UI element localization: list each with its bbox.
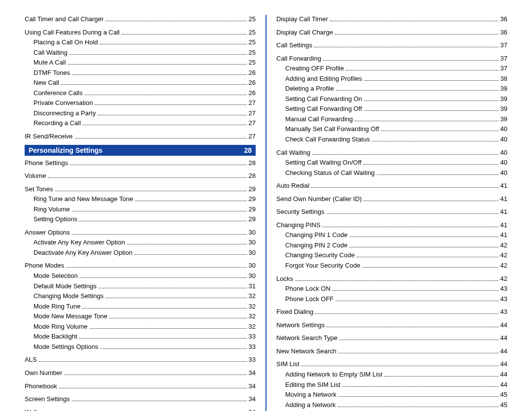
toc-entry[interactable]: Auto Redial41 xyxy=(276,181,507,190)
toc-entry[interactable]: Mode New Message Tone32 xyxy=(25,312,256,321)
toc-entry[interactable]: Network Search Type44 xyxy=(276,334,507,342)
toc-entry[interactable]: Changing Security Code42 xyxy=(276,251,507,260)
toc-entry[interactable]: Mode Ring Volume32 xyxy=(25,322,256,331)
toc-entry[interactable]: Creating OFF Profile37 xyxy=(276,64,507,73)
toc-entry[interactable]: Display Call Charge36 xyxy=(276,28,507,37)
toc-entry-page: 40 xyxy=(500,135,507,144)
toc-entry[interactable]: Call Timer and Call Charger25 xyxy=(25,15,256,24)
toc-entry[interactable]: Call Forwarding37 xyxy=(276,54,507,63)
toc-entry[interactable]: Conference Calls26 xyxy=(25,89,256,98)
toc-leader-dots xyxy=(90,328,247,329)
toc-entry-page: 31 xyxy=(249,282,256,291)
toc-entry[interactable]: Ring Volume29 xyxy=(25,205,256,214)
toc-entry[interactable]: Changing PINS41 xyxy=(276,221,507,230)
toc-entry[interactable]: Private Conversation27 xyxy=(25,99,256,107)
toc-entry[interactable]: Changing PIN 1 Code41 xyxy=(276,231,507,240)
toc-entry[interactable]: IR Send/Receive27 xyxy=(25,132,256,141)
toc-entry[interactable]: Phone Modes30 xyxy=(25,261,256,270)
toc-entry[interactable]: Security Settings41 xyxy=(276,207,507,216)
toc-entry[interactable]: Checking Status of Call Waiting40 xyxy=(276,169,507,177)
toc-entry[interactable]: ALS33 xyxy=(25,355,256,364)
toc-leader-dots xyxy=(342,386,499,387)
toc-entry[interactable]: Deactivate Any Key Answer Option30 xyxy=(25,248,256,257)
toc-leader-dots xyxy=(384,376,498,377)
toc-entry[interactable]: Changing Mode Settings32 xyxy=(25,292,256,301)
toc-entry[interactable]: Display Call Timer36 xyxy=(276,15,507,24)
toc-entry[interactable]: Phone Lock OFF43 xyxy=(276,295,507,304)
toc-entry-label: Deactivate Any Key Answer Option xyxy=(33,248,133,257)
toc-entry[interactable]: Deleting a Profile39 xyxy=(276,84,507,93)
toc-entry[interactable]: Wallpaper34 xyxy=(25,408,256,411)
toc-entry[interactable]: Call Waiting25 xyxy=(25,48,256,57)
toc-entry[interactable]: Recording a Call27 xyxy=(25,119,256,128)
toc-entry-label: Display Call Timer xyxy=(276,15,328,24)
toc-entry[interactable]: Using Call Features During a Call25 xyxy=(25,28,256,37)
toc-entry-label: ALS xyxy=(25,355,37,364)
toc-entry[interactable]: Setting Call Forwarding Off39 xyxy=(276,104,507,113)
toc-entry-page: 40 xyxy=(500,158,507,167)
toc-entry-label: Manually Set Call Forwarding Off xyxy=(285,125,379,134)
toc-entry[interactable]: Own Number34 xyxy=(25,369,256,377)
toc-entry[interactable]: Network Settings44 xyxy=(276,321,507,330)
toc-entry-page: 41 xyxy=(500,207,507,216)
toc-entry-label: Default Mode Settings xyxy=(33,282,97,291)
toc-entry[interactable]: Manual Call Forwarding39 xyxy=(276,115,507,124)
toc-entry[interactable]: Manually Set Call Forwarding Off40 xyxy=(276,125,507,134)
toc-entry[interactable]: Ring Tune and New Message Tone29 xyxy=(25,195,256,204)
toc-entry[interactable]: Adding and Editing Profiles38 xyxy=(276,74,507,83)
toc-entry[interactable]: Moving a Network45 xyxy=(276,390,507,399)
toc-leader-dots xyxy=(65,375,247,375)
toc-entry-label: Mute A Call xyxy=(33,58,66,67)
toc-entry[interactable]: Adding Network to Empty SIM List44 xyxy=(276,370,507,379)
toc-entry-page: 29 xyxy=(249,215,256,224)
toc-entry[interactable]: Default Mode Settings31 xyxy=(25,282,256,291)
toc-entry[interactable]: Call Settings37 xyxy=(276,41,507,50)
toc-entry-page: 41 xyxy=(500,195,507,204)
toc-entry[interactable]: Answer Options30 xyxy=(25,228,256,237)
toc-leader-dots xyxy=(72,401,247,401)
toc-entry[interactable]: DTMF Tones26 xyxy=(25,68,256,77)
toc-entry[interactable]: Send Own Number (Caller ID)41 xyxy=(276,195,507,204)
toc-entry-page: 42 xyxy=(500,241,507,250)
toc-entry[interactable]: New Call26 xyxy=(25,78,256,87)
toc-entry[interactable]: Setting Options29 xyxy=(25,215,256,224)
toc-entry[interactable]: Adding a Network45 xyxy=(276,401,507,410)
toc-entry[interactable]: Activate Any Key Answer Option30 xyxy=(25,238,256,247)
toc-entry-label: Phonebook xyxy=(25,382,57,391)
toc-entry[interactable]: Editing the SIM List44 xyxy=(276,380,507,389)
toc-entry[interactable]: Mode Backlight33 xyxy=(25,332,256,341)
toc-entry[interactable]: Fixed Dialing43 xyxy=(276,308,507,316)
toc-entry[interactable]: Phone Settings28 xyxy=(25,159,256,168)
toc-section-page: 28 xyxy=(244,146,252,154)
toc-leader-dots xyxy=(355,121,498,121)
toc-section-label: Personalizing Settings xyxy=(29,146,102,154)
toc-entry[interactable]: Phonebook34 xyxy=(25,382,256,391)
toc-entry[interactable]: Phone Lock ON43 xyxy=(276,284,507,293)
toc-entry[interactable]: Mode Selection30 xyxy=(25,272,256,280)
toc-leader-dots xyxy=(338,396,498,397)
toc-entry[interactable]: Set Tones29 xyxy=(25,185,256,194)
toc-entry[interactable]: Forgot Your Security Code42 xyxy=(276,261,507,270)
toc-entry[interactable]: Disconnecting a Party27 xyxy=(25,109,256,118)
toc-leader-dots xyxy=(357,257,499,257)
toc-entry[interactable]: Placing a Call On Hold25 xyxy=(25,38,256,47)
toc-entry-label: Changing PIN 1 Code xyxy=(285,231,347,240)
toc-entry[interactable]: Mode Ring Tune32 xyxy=(25,302,256,311)
toc-leader-dots xyxy=(364,201,498,201)
toc-entry[interactable]: Changing PIN 2 Code42 xyxy=(276,241,507,250)
toc-entry-page: 36 xyxy=(500,28,507,37)
toc-entry[interactable]: Mode Settings Options33 xyxy=(25,342,256,351)
toc-entry[interactable]: Screen Settings34 xyxy=(25,395,256,404)
toc-entry[interactable]: SIM List44 xyxy=(276,360,507,369)
toc-entry[interactable]: Call Waiting40 xyxy=(276,148,507,157)
toc-entry-page: 39 xyxy=(500,104,507,113)
toc-entry[interactable]: Check Call Forwarding Status40 xyxy=(276,135,507,144)
toc-entry-page: 33 xyxy=(249,332,256,341)
toc-entry[interactable]: Mute A Call25 xyxy=(25,58,256,67)
toc-entry[interactable]: Setting Call Forwarding On39 xyxy=(276,95,507,103)
toc-entry[interactable]: Setting Call Waiting On/Off40 xyxy=(276,158,507,167)
toc-entry-label: Conference Calls xyxy=(33,89,83,98)
toc-entry[interactable]: New Network Search44 xyxy=(276,347,507,356)
toc-entry[interactable]: Locks42 xyxy=(276,274,507,283)
toc-entry[interactable]: Volume28 xyxy=(25,171,256,180)
